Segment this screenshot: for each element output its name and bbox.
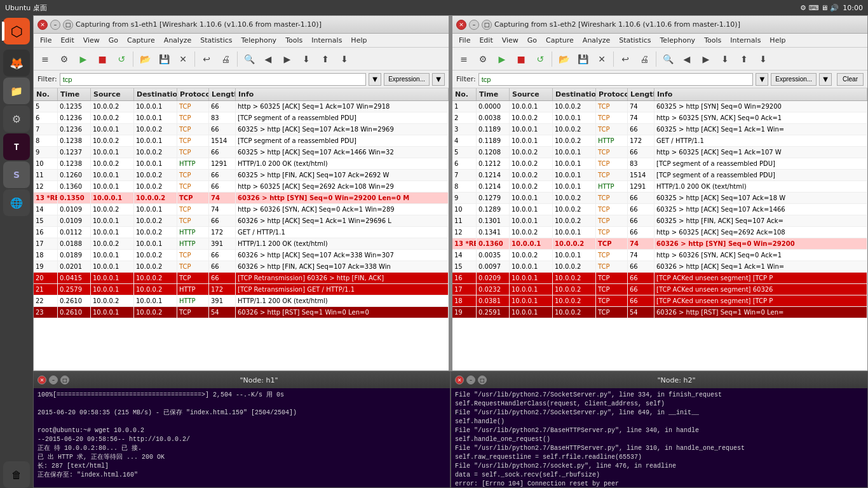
left-menu-analyze[interactable]: Analyze	[160, 35, 195, 46]
table-row[interactable]: 60.123610.0.0.210.0.0.1TCP83[TCP segment…	[34, 112, 449, 124]
launcher-trash[interactable]: 🗑	[3, 461, 30, 488]
table-row[interactable]: 180.018910.0.0.110.0.0.2TCP6660326 > htt…	[34, 250, 449, 261]
table-row[interactable]: 140.003510.0.0.210.0.0.1TCP74http > 6032…	[452, 250, 867, 261]
left-max-button[interactable]: □	[63, 20, 73, 30]
table-row[interactable]: 120.136010.0.0.110.0.0.2TCP66http > 6032…	[34, 181, 449, 193]
right-filter-input[interactable]	[478, 73, 754, 86]
left-tb-top[interactable]: ⬆	[316, 50, 334, 68]
right-menu-tools[interactable]: Tools	[700, 35, 725, 46]
right-expression-dropdown[interactable]: ▼	[819, 73, 832, 86]
right-menu-edit[interactable]: Edit	[475, 35, 496, 46]
left-tb-next[interactable]: ▶	[278, 50, 296, 68]
right-tb-start[interactable]: ▶	[493, 50, 511, 68]
left-menu-go[interactable]: Go	[105, 35, 122, 46]
right-tb-next[interactable]: ▶	[697, 50, 715, 68]
right-menu-file[interactable]: File	[455, 35, 474, 46]
left-expression-button[interactable]: Expression...	[384, 73, 430, 86]
table-row[interactable]: 110.130110.0.0.110.0.0.2TCP6660325 > htt…	[452, 215, 867, 227]
right-clear-button[interactable]: Clear	[837, 73, 864, 86]
table-row[interactable]: 170.023210.0.0.110.0.0.2TCP66[TCP ACKed …	[452, 284, 867, 295]
left-tb-reload[interactable]: ↩	[198, 50, 215, 68]
right-tb-options[interactable]: ⚙	[474, 50, 492, 68]
launcher-terminal[interactable]: T	[3, 133, 30, 160]
launcher-settings[interactable]: ⚙	[3, 105, 30, 132]
right-tb-bottom[interactable]: ⬇	[754, 50, 772, 68]
left-tb-print[interactable]: 🖨	[217, 50, 234, 68]
right-term-max[interactable]: □	[478, 376, 487, 384]
left-tb-stop[interactable]: ■	[93, 50, 111, 68]
table-row[interactable]: 80.123810.0.0.210.0.0.1TCP1514[TCP segme…	[34, 135, 449, 147]
right-tb-search[interactable]: 🔍	[659, 50, 677, 68]
left-term-min[interactable]: –	[49, 376, 58, 384]
left-tb-start[interactable]: ▶	[74, 50, 92, 68]
right-close-button[interactable]: ✕	[456, 20, 466, 30]
left-min-button[interactable]: –	[50, 20, 60, 30]
table-row[interactable]: 50.120810.0.0.210.0.0.1TCP66http > 60325…	[452, 147, 867, 158]
table-row[interactable]: 190.259110.0.0.110.0.0.2TCP5460326 > htt…	[452, 307, 867, 318]
right-tb-reload[interactable]: ↩	[616, 50, 634, 68]
right-menu-statistics[interactable]: Statistics	[615, 35, 654, 46]
right-tb-top[interactable]: ⬆	[735, 50, 753, 68]
left-menu-statistics[interactable]: Statistics	[196, 35, 236, 46]
launcher-sublime[interactable]: S	[3, 161, 30, 188]
table-row[interactable]: 100.128910.0.0.110.0.0.2TCP6660325 > htt…	[452, 204, 867, 215]
left-tb-save[interactable]: 💾	[155, 50, 173, 68]
left-menu-tools[interactable]: Tools	[281, 35, 306, 46]
left-menu-file[interactable]: File	[36, 35, 55, 46]
table-row[interactable]: 110.126010.0.0.110.0.0.2TCP6660325 > htt…	[34, 170, 449, 181]
right-term-close[interactable]: ✕	[455, 376, 464, 384]
table-row[interactable]: 40.118910.0.0.110.0.0.2HTTP172GET / HTTP…	[452, 135, 867, 147]
right-menu-go[interactable]: Go	[524, 35, 541, 46]
table-row[interactable]: 90.123710.0.0.110.0.0.2TCP6660325 > http…	[34, 147, 449, 158]
right-menu-help[interactable]: Help	[766, 35, 789, 46]
table-row[interactable]: 70.123610.0.0.110.0.0.2TCP6660325 > http…	[34, 124, 449, 135]
table-row[interactable]: 13 *REF*0.136010.0.0.110.0.0.2TCP7460326…	[452, 238, 867, 250]
table-row[interactable]: 90.127910.0.0.110.0.0.2TCP6660325 > http…	[452, 193, 867, 204]
left-tb-prev[interactable]: ◀	[259, 50, 277, 68]
table-row[interactable]: 60.121210.0.0.210.0.0.1TCP83[TCP segment…	[452, 158, 867, 170]
table-row[interactable]: 13 *REF*0.135010.0.0.110.0.0.2TCP7460326…	[34, 193, 449, 204]
table-row[interactable]: 210.257910.0.0.110.0.0.2HTTP172[TCP Retr…	[34, 284, 449, 295]
table-row[interactable]: 180.038110.0.0.110.0.0.2TCP66[TCP ACKed …	[452, 295, 867, 307]
table-row[interactable]: 150.009710.0.0.110.0.0.2TCP6660326 > htt…	[452, 261, 867, 273]
left-tb-jump[interactable]: ⬇	[297, 50, 315, 68]
right-term-min[interactable]: –	[466, 376, 475, 384]
left-expression-dropdown[interactable]: ▼	[432, 73, 445, 86]
table-row[interactable]: 100.123810.0.0.210.0.0.1HTTP1291HTTP/1.0…	[34, 158, 449, 170]
table-row[interactable]: 50.123510.0.0.210.0.0.1TCP66http > 60325…	[34, 101, 449, 112]
table-row[interactable]: 160.011210.0.0.110.0.0.2HTTP172GET / HTT…	[34, 227, 449, 238]
left-tb-bottom[interactable]: ⬇	[336, 50, 353, 68]
right-tb-interface[interactable]: ≡	[455, 50, 473, 68]
left-tb-interface[interactable]: ≡	[36, 50, 54, 68]
left-tb-search[interactable]: 🔍	[240, 50, 258, 68]
table-row[interactable]: 140.010910.0.0.210.0.0.1TCP74http > 6032…	[34, 204, 449, 215]
right-min-button[interactable]: –	[469, 20, 479, 30]
table-row[interactable]: 230.261010.0.0.110.0.0.2TCP5460326 > htt…	[34, 307, 449, 318]
launcher-network[interactable]: 🌐	[3, 189, 30, 216]
table-row[interactable]: 160.020910.0.0.110.0.0.2TCP66[TCP ACKed …	[452, 273, 867, 284]
right-expression-button[interactable]: Expression...	[771, 73, 817, 86]
right-filter-dropdown[interactable]: ▼	[756, 73, 768, 86]
right-tb-stop[interactable]: ■	[512, 50, 530, 68]
left-tb-open[interactable]: 📂	[136, 50, 154, 68]
left-tb-close[interactable]: ✕	[174, 50, 192, 68]
right-tb-jump[interactable]: ⬇	[716, 50, 734, 68]
launcher-firefox[interactable]: 🦊	[3, 50, 30, 76]
right-menu-analyze[interactable]: Analyze	[579, 35, 614, 46]
table-row[interactable]: 30.118910.0.0.110.0.0.2TCP6660325 > http…	[452, 124, 867, 135]
right-menu-capture[interactable]: Capture	[542, 35, 578, 46]
table-row[interactable]: 220.261010.0.0.210.0.0.1HTTP391HTTP/1.1 …	[34, 295, 449, 307]
right-term-body[interactable]: File "/usr/lib/python2.7/SocketServer.py…	[451, 388, 867, 487]
table-row[interactable]: 80.121410.0.0.210.0.0.1HTTP1291HTTP/1.0 …	[452, 181, 867, 193]
left-menu-capture[interactable]: Capture	[123, 35, 159, 46]
table-row[interactable]: 20.003810.0.0.210.0.0.1TCP74http > 60325…	[452, 112, 867, 124]
right-tb-open[interactable]: 📂	[555, 50, 573, 68]
left-menu-edit[interactable]: Edit	[57, 35, 78, 46]
right-tb-close[interactable]: ✕	[593, 50, 611, 68]
left-menu-view[interactable]: View	[79, 35, 104, 46]
table-row[interactable]: 150.010910.0.0.110.0.0.2TCP6660326 > htt…	[34, 215, 449, 227]
left-term-max[interactable]: □	[60, 376, 69, 384]
table-row[interactable]: 170.018810.0.0.210.0.0.1HTTP391HTTP/1.1 …	[34, 238, 449, 250]
right-max-button[interactable]: □	[482, 20, 492, 30]
right-menu-telephony[interactable]: Telephony	[656, 35, 700, 46]
